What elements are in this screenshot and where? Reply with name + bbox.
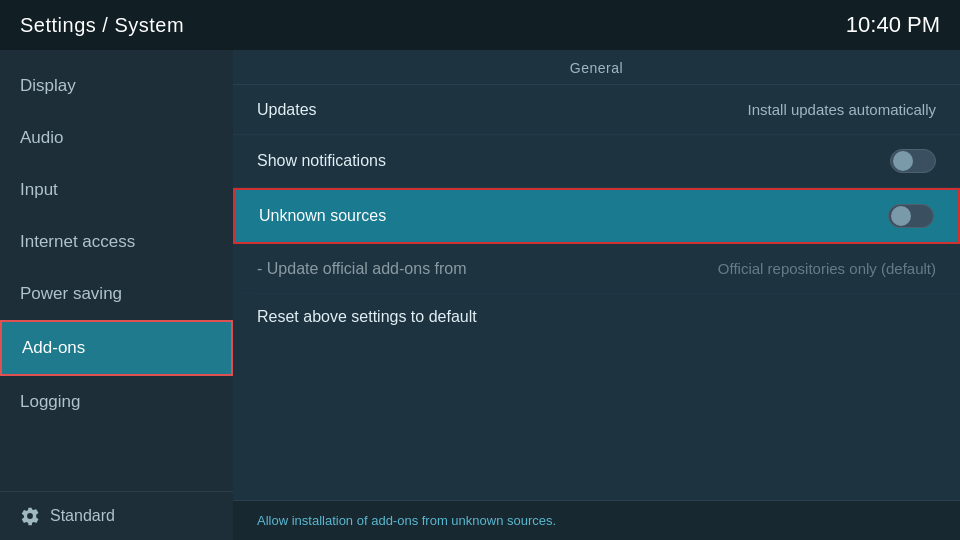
sidebar-item-audio[interactable]: Audio [0, 112, 233, 164]
sidebar-item-label: Audio [20, 128, 63, 148]
footer-hint-text: Allow installation of add-ons from unkno… [257, 513, 556, 528]
sidebar: Display Audio Input Internet access Powe… [0, 50, 233, 540]
profile-label: Standard [50, 507, 115, 525]
sidebar-item-label: Power saving [20, 284, 122, 304]
setting-value-updates: Install updates automatically [748, 101, 936, 118]
setting-value-update-official-addons: Official repositories only (default) [718, 260, 936, 277]
sidebar-item-label: Logging [20, 392, 81, 412]
sidebar-item-label: Input [20, 180, 58, 200]
sidebar-item-input[interactable]: Input [0, 164, 233, 216]
reset-label: Reset above settings to default [257, 308, 477, 325]
setting-label-show-notifications: Show notifications [257, 152, 386, 170]
main-content: General Updates Install updates automati… [233, 50, 960, 540]
sidebar-item-internet-access[interactable]: Internet access [0, 216, 233, 268]
setting-row-updates[interactable]: Updates Install updates automatically [233, 85, 960, 135]
setting-label-update-official-addons: - Update official add-ons from [257, 260, 467, 278]
toggle-unknown-sources[interactable] [888, 204, 934, 228]
sidebar-item-label: Internet access [20, 232, 135, 252]
sidebar-item-display[interactable]: Display [0, 60, 233, 112]
clock: 10:40 PM [846, 12, 940, 38]
sidebar-item-label: Add-ons [22, 338, 85, 358]
sidebar-item-label: Display [20, 76, 76, 96]
setting-row-unknown-sources[interactable]: Unknown sources [233, 188, 960, 244]
settings-list: Updates Install updates automatically Sh… [233, 85, 960, 500]
main-footer-hint: Allow installation of add-ons from unkno… [233, 500, 960, 540]
page-title: Settings / System [20, 14, 184, 37]
toggle-show-notifications[interactable] [890, 149, 936, 173]
sidebar-item-add-ons[interactable]: Add-ons [0, 320, 233, 376]
setting-row-show-notifications[interactable]: Show notifications [233, 135, 960, 188]
setting-label-updates: Updates [257, 101, 317, 119]
sidebar-item-logging[interactable]: Logging [0, 376, 233, 428]
sidebar-nav: Display Audio Input Internet access Powe… [0, 50, 233, 428]
header: Settings / System 10:40 PM [0, 0, 960, 50]
sidebar-footer: Standard [0, 491, 233, 540]
setting-row-reset[interactable]: Reset above settings to default [233, 294, 960, 340]
setting-row-update-official-addons[interactable]: - Update official add-ons from Official … [233, 244, 960, 294]
layout: Display Audio Input Internet access Powe… [0, 50, 960, 540]
gear-icon [20, 506, 40, 526]
section-header: General [233, 50, 960, 85]
sidebar-item-power-saving[interactable]: Power saving [0, 268, 233, 320]
setting-label-unknown-sources: Unknown sources [259, 207, 386, 225]
